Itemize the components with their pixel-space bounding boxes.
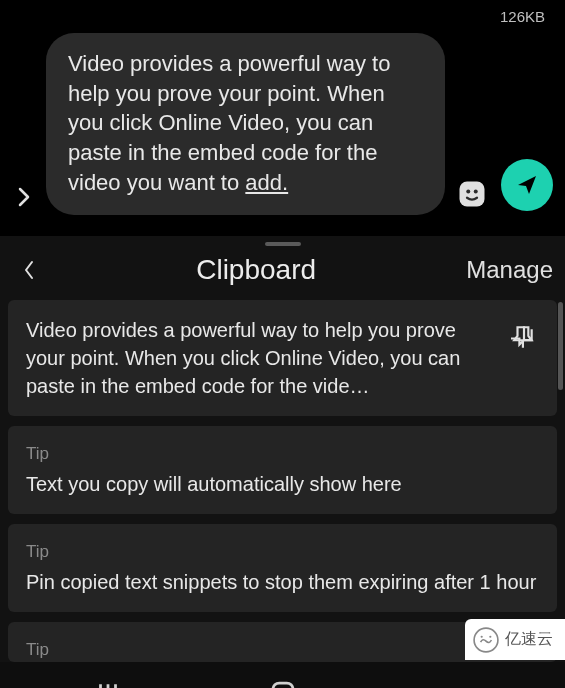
clipboard-item[interactable]: Video provides a powerful way to help yo… xyxy=(8,300,557,416)
expand-arrow-icon[interactable] xyxy=(12,185,36,215)
svg-rect-0 xyxy=(460,182,485,207)
svg-rect-6 xyxy=(273,683,293,688)
compose-row: Video provides a powerful way to help yo… xyxy=(0,25,565,235)
watermark-logo-icon xyxy=(473,627,499,653)
tip-label: Tip xyxy=(26,442,539,466)
keyboard-hide-button[interactable] xyxy=(438,673,478,688)
clipboard-list[interactable]: Video provides a powerful way to help yo… xyxy=(0,300,565,662)
tip-label: Tip xyxy=(26,638,539,662)
tip-label: Tip xyxy=(26,540,539,564)
svg-point-8 xyxy=(481,636,483,638)
svg-point-1 xyxy=(466,190,470,194)
system-navbar xyxy=(0,662,565,688)
manage-button[interactable]: Manage xyxy=(466,256,553,284)
clipboard-item-text: Text you copy will automatically show he… xyxy=(26,470,539,498)
emoji-icon[interactable] xyxy=(455,177,489,211)
svg-point-2 xyxy=(474,190,478,194)
watermark-text: 亿速云 xyxy=(505,629,553,650)
back-icon[interactable] xyxy=(12,258,46,282)
message-link-text[interactable]: add. xyxy=(245,170,288,195)
recents-button[interactable] xyxy=(88,673,128,688)
clipboard-item[interactable]: Tip Text you copy will automatically sho… xyxy=(8,426,557,514)
send-button[interactable] xyxy=(501,159,553,211)
clipboard-title: Clipboard xyxy=(196,254,316,286)
clipboard-item-text: Video provides a powerful way to help yo… xyxy=(26,316,495,400)
pin-icon[interactable] xyxy=(509,316,539,400)
attachment-size-label: 126KB xyxy=(0,0,565,25)
home-button[interactable] xyxy=(263,673,303,688)
clipboard-item-text: Pin copied text snippets to stop them ex… xyxy=(26,568,539,596)
svg-point-9 xyxy=(489,636,491,638)
watermark: 亿速云 xyxy=(465,619,565,660)
message-text: Video provides a powerful way to help yo… xyxy=(68,51,390,195)
message-input[interactable]: Video provides a powerful way to help yo… xyxy=(46,33,445,215)
clipboard-item[interactable]: Tip Pin copied text snippets to stop the… xyxy=(8,524,557,612)
